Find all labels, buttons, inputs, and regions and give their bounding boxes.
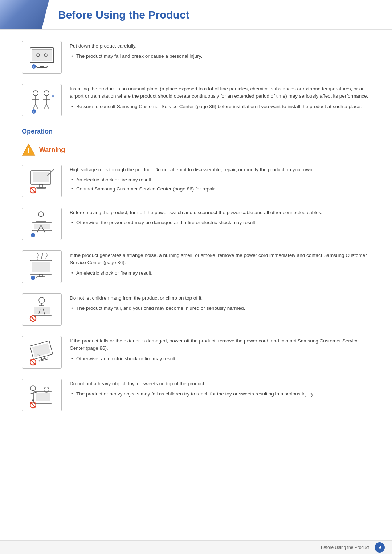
bullet-item: The product or heavy objects may fall as… <box>70 390 370 398</box>
page-header: Before Using the Product <box>0 0 392 30</box>
main-text-high-voltage: High voltage runs through the product. D… <box>70 166 370 173</box>
svg-text:i: i <box>32 234 33 237</box>
icon-damage-no <box>22 336 62 369</box>
warning-label: Warning <box>39 145 65 155</box>
svg-point-65 <box>44 387 49 392</box>
bullet-item: An electric shock or fire may result. <box>70 270 370 277</box>
svg-text:❄: ❄ <box>51 94 55 99</box>
svg-rect-60 <box>39 358 48 361</box>
bullets-heavy-object: The product or heavy objects may fall as… <box>70 390 370 398</box>
svg-line-16 <box>44 104 46 109</box>
bullets-high-voltage: An electric shock or fire may result. Co… <box>70 176 370 193</box>
main-content: i Put down the product carefully. The pr… <box>0 41 392 443</box>
svg-line-11 <box>33 104 36 109</box>
bullet-item: Otherwise, the power cord may be damaged… <box>70 219 370 226</box>
section-high-voltage: High voltage runs through the product. D… <box>22 165 370 197</box>
text-block-unusual-place: Installing the product in an unusual pla… <box>70 84 370 112</box>
warning-triangle-icon: ! <box>22 143 36 157</box>
main-text-strange-noise: If the product generates a strange noise… <box>70 252 370 267</box>
svg-text:i: i <box>32 277 33 280</box>
svg-text:i: i <box>33 110 34 114</box>
svg-line-17 <box>46 104 49 109</box>
svg-point-13 <box>44 91 49 96</box>
main-text-moving-product: Before moving the product, turn off the … <box>70 209 370 216</box>
main-text-unusual-place: Installing the product in an unusual pla… <box>70 85 370 100</box>
svg-rect-28 <box>37 187 46 188</box>
bullets-put-down: The product may fall and break or cause … <box>70 53 370 60</box>
text-block-moving-product: Before moving the product, turn off the … <box>70 208 370 228</box>
svg-rect-48 <box>34 307 50 314</box>
bullet-item: The product may fall, and your child may… <box>70 305 370 312</box>
svg-point-46 <box>39 297 45 303</box>
page-footer: Before Using the Product 9 <box>0 540 392 554</box>
svg-rect-43 <box>37 277 45 278</box>
main-text-falls-damaged: If the product falls or the exterior is … <box>70 337 370 352</box>
bullet-item: Be sure to consult Samsung Customer Serv… <box>70 103 370 110</box>
section-unusual-place: ❄ i Installing the product in an unusual… <box>22 84 370 116</box>
main-text-children-hang: Do not let children hang from the produc… <box>70 295 370 302</box>
bullet-item: Contact Samsung Customer Service Center … <box>70 185 370 193</box>
svg-line-12 <box>36 104 38 109</box>
page-title: Before Using the Product <box>58 7 392 23</box>
text-block-children-hang: Do not let children hang from the produc… <box>70 293 370 314</box>
bullets-children-hang: The product may fall, and your child may… <box>70 305 370 312</box>
text-block-heavy-object: Do not put a heavy object, toy, or sweet… <box>70 379 370 399</box>
bullets-strange-noise: An electric shock or fire may result. <box>70 270 370 277</box>
svg-point-66 <box>30 386 36 391</box>
section-moving-product: i Before moving the product, turn off th… <box>22 208 370 240</box>
svg-point-31 <box>38 212 44 217</box>
warning-banner: ! Warning <box>22 143 370 157</box>
section-strange-noise: i If the product generates a strange noi… <box>22 250 370 283</box>
bullet-item: The product may fall and break or cause … <box>70 53 370 60</box>
main-text-put-down: Put down the product carefully. <box>70 42 370 50</box>
icon-child-no <box>22 293 62 326</box>
main-text-heavy-object: Do not put a heavy object, toy, or sweet… <box>70 380 370 387</box>
text-block-strange-noise: If the product generates a strange noise… <box>70 250 370 278</box>
svg-rect-1 <box>32 49 52 61</box>
svg-rect-24 <box>33 172 49 182</box>
text-block-put-down: Put down the product carefully. The prod… <box>70 41 370 62</box>
section-heavy-object: Do not put a heavy object, toy, or sweet… <box>22 379 370 411</box>
header-accent-decoration <box>0 0 49 29</box>
icon-object-no <box>22 379 62 411</box>
section-put-down: i Put down the product carefully. The pr… <box>22 41 370 74</box>
section-falls-damaged: If the product falls or the exterior is … <box>22 336 370 369</box>
svg-text:!: ! <box>28 147 30 155</box>
bullets-moving-product: Otherwise, the power cord may be damaged… <box>70 219 370 226</box>
text-block-falls-damaged: If the product falls or the exterior is … <box>70 336 370 364</box>
bullet-item: Otherwise, an electric shock or fire may… <box>70 355 370 362</box>
icon-smoke-monitor: i <box>22 250 62 283</box>
icon-disassemble-no <box>22 165 62 197</box>
svg-rect-42 <box>39 274 42 277</box>
svg-rect-41 <box>32 262 50 272</box>
bullet-item: An electric shock or fire may result. <box>70 176 370 184</box>
icon-people-environment: ❄ i <box>22 84 62 116</box>
icon-monitor-caution: i <box>22 41 62 74</box>
bullets-unusual-place: Be sure to consult Samsung Customer Serv… <box>70 103 370 110</box>
icon-moving-monitor: i <box>22 208 62 240</box>
svg-rect-27 <box>40 184 43 187</box>
section-children-hang: Do not let children hang from the produc… <box>22 293 370 326</box>
operation-heading: Operation <box>22 127 370 136</box>
bullets-falls-damaged: Otherwise, an electric shock or fire may… <box>70 355 370 362</box>
svg-rect-56 <box>32 343 50 357</box>
text-block-high-voltage: High voltage runs through the product. D… <box>70 165 370 194</box>
svg-text:i: i <box>33 65 34 69</box>
svg-point-8 <box>33 91 38 96</box>
svg-rect-64 <box>36 393 50 401</box>
footer-text: Before Using the Product <box>321 544 369 551</box>
footer-page-number: 9 <box>375 542 385 553</box>
